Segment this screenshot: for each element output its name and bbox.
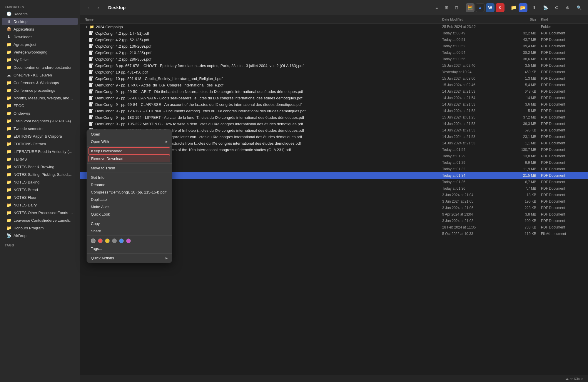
- table-row[interactable]: P. Würzb. 2, 2024 notes.pdf3 Jun 2024 at…: [80, 218, 588, 224]
- word-app-icon[interactable]: W: [486, 3, 495, 12]
- sidebar-item-conference-proceedings[interactable]: 📁Conference proceedings: [2, 86, 78, 94]
- table-row[interactable]: DemCongr. 10 (pp. 27 - 42).pdfToday at 0…: [80, 159, 588, 166]
- table-row[interactable]: CoptCongr. 4.2 (pp. 286-355).pdfToday at…: [80, 56, 588, 62]
- tag-button[interactable]: 🏷: [552, 3, 561, 12]
- name-column-header[interactable]: Name: [85, 18, 442, 21]
- file-date: Today at 00:54: [442, 51, 507, 55]
- sidebar-item-downloads[interactable]: ⬇Downloads: [2, 33, 78, 41]
- table-row[interactable]: CoptCongr. 10 pp. 891-918 - Coptic_Socie…: [80, 75, 588, 82]
- calculator-app-icon[interactable]: 🧮: [466, 3, 475, 12]
- file-date: Today at 01:34: [442, 174, 507, 178]
- sidebar-item-tweede-semester[interactable]: 📁Tweede semester: [2, 125, 78, 132]
- table-row[interactable]: DemCongr. 10 (pp. 390-eind).pdfToday at …: [80, 185, 588, 192]
- back-button[interactable]: ‹: [85, 4, 93, 12]
- sidebar-item-my-drive[interactable]: 📁My Drive: [2, 56, 78, 64]
- sidebar-item-notes-beer[interactable]: 📁NOTES Beer & Brewing: [2, 163, 78, 171]
- file-name: CoptCongr. 8 pp. 667-678 – CHOAT - Epist…: [95, 64, 442, 68]
- kind-column-header[interactable]: Kind: [536, 18, 583, 21]
- table-row[interactable]: P. Würzb. 2, 2024 (pp. 19-191).pdf9 Apr …: [80, 211, 588, 218]
- sidebar-item-notes-other-processed[interactable]: 📁NOTES Other Processed Foods and Pr...: [2, 209, 78, 216]
- sidebar-item-editions-ostraca[interactable]: 📁EDITIONS Ostraca: [2, 140, 78, 148]
- file-name: CoptCongr. 4.2 (pp. 286-355).pdf: [95, 57, 442, 61]
- notes-salting-label: NOTES Salting, Pickling, Salted, & Pic..…: [14, 172, 73, 177]
- main-content: ‹ › Desktop ≡ ⊞ ⊟ 🧮 ▲ W K 📁 📂 ⬆ 📡 🏷 ⊕ 🔍 …: [80, 0, 588, 382]
- gallery-view-button[interactable]: ⊞: [442, 3, 451, 12]
- more-button[interactable]: ⊕: [563, 3, 572, 12]
- table-row[interactable]: DemCongr. 9 - pp. 57-68 CANNATA - God's …: [80, 95, 588, 101]
- sidebar-item-conferences-workshops[interactable]: 📁Conferences & Workshops: [2, 79, 78, 86]
- table-row[interactable]: DemCongr. 9 - pp. 123-127 – ÉTIENNE - Do…: [80, 108, 588, 114]
- table-row[interactable]: CoptCongr. 8 pp. 667-678 – CHOAT - Epist…: [80, 62, 588, 69]
- table-row[interactable]: P. Würzb. 2, 2024 (pp. 1 I-IV).pdf3 Jun …: [80, 192, 588, 198]
- table-row[interactable]: DemCongr. 10 (pp. 318-330).pdfToday at 0…: [80, 179, 588, 185]
- table-row[interactable]: CoptCongr. 4.2 (pp. 210-285).pdfToday at…: [80, 49, 588, 56]
- table-row[interactable]: CoptCongr. 4.2 (pp. 52-135).pdfToday at …: [80, 36, 588, 43]
- table-row[interactable]: DemCongr. 9 - pp. 305-316 – RYHOLT - The…: [80, 127, 588, 134]
- list-view-button[interactable]: ≡: [432, 3, 441, 12]
- sidebar-item-applications[interactable]: 📦Applications: [2, 25, 78, 33]
- table-row[interactable]: DemCongr. 9 - pp. 347-360 SMITH M - New …: [80, 140, 588, 146]
- sidebar-item-notes-dairy[interactable]: 📁NOTES Dairy: [2, 201, 78, 209]
- sidebar-item-latijn-voor-beginners[interactable]: 📁Latijn voor beginners (2023-2024): [2, 117, 78, 125]
- sidebar-item-vertegenwoordiging[interactable]: 📁Vertegenwoordiging: [2, 48, 78, 56]
- vertegenwoordiging-label: Vertegenwoordiging: [14, 50, 47, 54]
- table-row[interactable]: CoptCongr. 4.2 (pp. 136-209).pdfToday at…: [80, 43, 588, 49]
- table-row[interactable]: 📄StartTM.fmp125 Oct 2022 at 10:33119 KBF…: [80, 231, 588, 237]
- folder-open-button[interactable]: 📂: [519, 3, 527, 12]
- sidebar-item-notes-salting[interactable]: 📁NOTES Salting, Pickling, Salted, & Pic.…: [2, 171, 78, 178]
- table-row[interactable]: DemCongr. 9 - pp. 183-194 - LIPPERT - Au…: [80, 114, 588, 121]
- notes-flour-label: NOTES Flour: [14, 195, 36, 200]
- table-row[interactable]: DemCongr. 9 - pp. 195-222 MARTIN C - How…: [80, 121, 588, 127]
- sidebar-item-airdrop[interactable]: 📡AirDrop: [2, 232, 78, 239]
- keynote-app-icon[interactable]: K: [496, 3, 505, 12]
- sidebar-item-notes-bread[interactable]: 📁NOTES Bread: [2, 186, 78, 193]
- sidebar-item-terms[interactable]: 📁TERMS: [2, 155, 78, 163]
- file-size: 38,2 MB: [507, 51, 536, 55]
- table-row[interactable]: DemCongr. 9 - pp. 69-84 - CLARYSSE - An …: [80, 101, 588, 108]
- table-row[interactable]: PapCongr. 30 (pp. 1-17).pdf28 Feb 2024 a…: [80, 224, 588, 231]
- table-row[interactable]: DemCongr. 10 (pp. 1 l - 14).pdfToday at …: [80, 153, 588, 159]
- table-row[interactable]: CoptCongr. 10 pp. 431-456.pdfYesterday a…: [80, 69, 588, 75]
- table-row[interactable]: DemCongr. 10 – (Depauw & Broux, 2014) - …: [80, 146, 588, 153]
- leuvense-label: Leuvense Cantusliederverzameling (L...: [14, 218, 73, 223]
- size-column-header[interactable]: Size: [507, 18, 536, 21]
- sidebar-item-notes-flour[interactable]: 📁NOTES Flour: [2, 193, 78, 201]
- sidebar-item-editions-papyri[interactable]: 📁EDITIONS Papyri & Corpora: [2, 132, 78, 140]
- sidebar-item-onderwijs[interactable]: 📁Onderwijs: [2, 109, 78, 117]
- sidebar-item-onedrive[interactable]: ☁OneDrive - KU Leuven: [2, 71, 78, 79]
- table-row[interactable]: DemCongr. 9 - pp. 29-50 – ARLT - Die the…: [80, 88, 588, 95]
- honours-icon: 📁: [6, 226, 11, 230]
- sidebar-item-documenten[interactable]: 📁Documenten en andere bestanden: [2, 64, 78, 71]
- table-row[interactable]: P. Würzb. 2, 2024 (pp. 1 Z IX-X).pdf3 Ju…: [80, 205, 588, 211]
- file-name: StartTM.fmp12: [95, 232, 442, 236]
- sidebar-item-agros-project[interactable]: 📁Agros-project: [2, 41, 78, 48]
- sidebar-item-leuvense[interactable]: 📁Leuvense Cantusliederverzameling (L...: [2, 216, 78, 224]
- sidebar-item-desktop[interactable]: 🖥Desktop: [2, 18, 78, 25]
- search-button[interactable]: 🔍: [574, 3, 583, 12]
- table-row[interactable]: DemCongr. 10 (pp. 61-82).pdfToday at 01:…: [80, 166, 588, 172]
- sidebar-item-months-measures[interactable]: 📁Months, Measures, Weights, and Num...: [2, 94, 78, 102]
- table-row[interactable]: CoptCongr. 4.2 (pp. 1 l - 51).pdfToday a…: [80, 30, 588, 36]
- sidebar-item-notes-baking[interactable]: 📁NOTES Baking: [2, 178, 78, 186]
- table-row[interactable]: DemCongr. 9 - pp. 1 l-XX - Actes_du_IXe_…: [80, 82, 588, 88]
- pdf-icon: [89, 173, 93, 178]
- airdrop-button[interactable]: 📡: [541, 3, 550, 12]
- sidebar-item-literature-food[interactable]: 📁LITERATURE Food in Antiquity (general): [2, 148, 78, 155]
- sidebar-item-recents[interactable]: 🕐Recents: [2, 10, 78, 18]
- sidebar-item-honours[interactable]: 📁Honours Program: [2, 224, 78, 232]
- pdf-icon: [89, 141, 93, 146]
- folder-button[interactable]: 📁: [509, 3, 518, 12]
- column-view-button[interactable]: ⊟: [452, 3, 461, 12]
- share-button[interactable]: ⬆: [530, 3, 539, 12]
- sidebar-item-fpoc[interactable]: 📁FPOC: [2, 102, 78, 109]
- drive-app-icon[interactable]: ▲: [476, 3, 485, 12]
- notes-other-processed-icon: 📁: [6, 210, 11, 215]
- table-row[interactable]: DemCongr. 10 (pp. 115-154).pdfToday at 0…: [80, 172, 588, 179]
- table-row[interactable]: ▶📁2024 Campaign25 Feb 2024 at 23:12--Fol…: [80, 24, 588, 30]
- forward-button[interactable]: ›: [94, 4, 102, 12]
- date-column-header[interactable]: Date Modified: [442, 18, 507, 21]
- onedrive-label: OneDrive - KU Leuven: [14, 73, 52, 77]
- table-row[interactable]: P. Würzb. 2, 2024 (pp. 1 V-VIII).pdf3 Ju…: [80, 198, 588, 205]
- table-row[interactable]: DemCongr. 9 - pp. 331-346 SMITH H - A Sa…: [80, 134, 588, 140]
- file-kind: FileMa...cument: [536, 232, 583, 236]
